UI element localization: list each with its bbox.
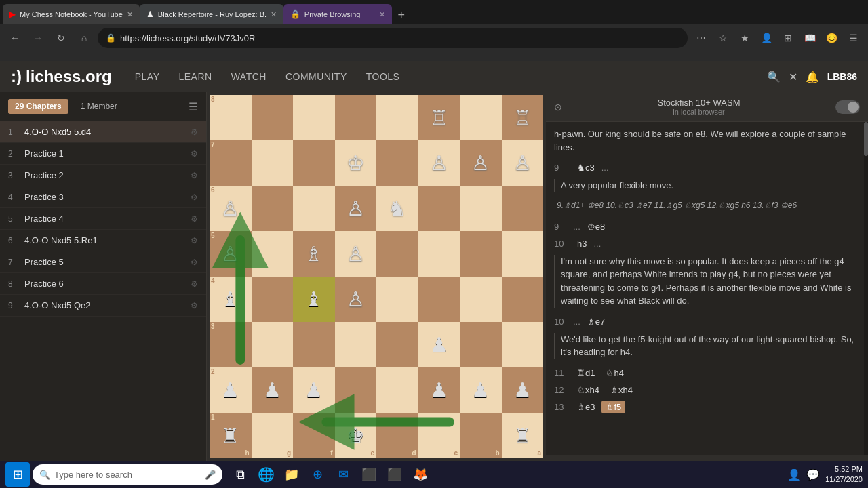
forward-button[interactable]: → [28, 28, 47, 47]
square-5-2[interactable] [293, 322, 335, 367]
collections-icon[interactable]: ⊞ [778, 28, 797, 47]
back-button[interactable]: ← [5, 28, 24, 47]
chapter-gear-8[interactable]: ⚙ [191, 279, 198, 289]
piece-0-7[interactable]: ♖ [513, 108, 532, 128]
close-tab-3[interactable]: ✕ [379, 10, 385, 19]
home-button[interactable]: ⌂ [75, 28, 94, 47]
piece-2-0[interactable]: ♙ [221, 199, 239, 219]
piece-7-0[interactable]: ♜ [221, 426, 239, 446]
square-6-0[interactable]: 2♟ [210, 367, 252, 413]
sidebar-menu-icon[interactable]: ☰ [189, 100, 198, 113]
nav-community[interactable]: COMMUNITY [276, 61, 357, 92]
close-icon[interactable]: ✕ [789, 70, 797, 83]
square-7-6[interactable]: b [460, 413, 502, 458]
square-0-6[interactable] [460, 95, 502, 140]
profile-icon[interactable]: 👤 [757, 28, 776, 47]
square-2-1[interactable] [252, 186, 294, 231]
move-13-white[interactable]: ♗e3 [573, 401, 599, 413]
nav-learn[interactable]: LEARN [169, 61, 221, 92]
square-5-7[interactable] [502, 322, 544, 367]
chapter-item-6[interactable]: 6 4.O-O Nxd5 5.Re1 ⚙ [0, 230, 206, 251]
square-4-7[interactable] [502, 277, 544, 322]
piece-7-7[interactable]: ♜ [513, 426, 532, 446]
chapter-gear-3[interactable]: ⚙ [191, 171, 198, 180]
square-6-5[interactable]: ♟ [418, 367, 460, 413]
address-bar[interactable]: 🔒 https://lichess.org/study/dV73Jv0R [98, 28, 688, 48]
taskbar-edge[interactable]: ⊕ [305, 462, 330, 487]
taskbar-mail[interactable]: ✉ [331, 462, 355, 487]
piece-7-3[interactable]: ♚ [347, 426, 365, 446]
square-3-6[interactable] [460, 231, 502, 277]
tab-chess-notebook[interactable]: ▶ My Chess Notebook - YouTube ✕ [3, 4, 140, 24]
start-button[interactable]: ⊞ [5, 462, 30, 487]
chapter-gear-5[interactable]: ⚙ [191, 214, 198, 224]
square-4-6[interactable] [460, 277, 502, 322]
square-1-5[interactable]: ♙ [418, 140, 460, 186]
square-0-2[interactable] [293, 95, 335, 140]
refresh-button[interactable]: ↻ [52, 28, 71, 47]
nav-watch[interactable]: WATCH [222, 61, 276, 92]
piece-4-0[interactable]: ♝ [221, 289, 239, 310]
chapter-item-3[interactable]: 3 Practice 2 ⚙ [0, 165, 206, 186]
square-1-6[interactable]: ♙ [460, 140, 502, 186]
taskbar-firefox[interactable]: 🦊 [408, 462, 433, 487]
square-5-3[interactable] [335, 322, 377, 367]
square-3-7[interactable] [502, 231, 544, 277]
move-12-white[interactable]: ♘xh4 [573, 384, 604, 396]
chapter-item-1[interactable]: 1 4.O-O Nxd5 5.d4 ⚙ [0, 121, 206, 143]
piece-2-3[interactable]: ♙ [347, 199, 365, 219]
scroll-track[interactable] [864, 122, 868, 455]
close-tab-1[interactable]: ✕ [127, 10, 133, 19]
move-11-black[interactable]: ♘h4 [601, 367, 627, 380]
chapter-gear-2[interactable]: ⚙ [191, 149, 198, 159]
square-2-5[interactable] [418, 186, 460, 231]
chapter-gear-4[interactable]: ⚙ [191, 192, 198, 202]
square-1-4[interactable] [376, 140, 418, 186]
square-7-2[interactable]: f [293, 413, 335, 458]
square-1-7[interactable]: ♙ [502, 140, 544, 186]
square-5-5[interactable]: ♟ [418, 322, 460, 367]
square-1-3[interactable]: ♔ [335, 140, 377, 186]
tab-black-repertoire[interactable]: ♟ Black Repertoire - Ruy Lopez: B... ✕ [140, 4, 283, 24]
star-icon[interactable]: ★ [735, 28, 754, 47]
square-5-4[interactable] [376, 322, 418, 367]
chapters-button[interactable]: 29 Chapters [8, 99, 68, 114]
square-4-5[interactable] [418, 277, 460, 322]
square-3-1[interactable] [252, 231, 294, 277]
move-11-white[interactable]: ♖d1 [573, 367, 599, 380]
piece-5-5[interactable]: ♟ [430, 335, 448, 355]
chapter-item-4[interactable]: 4 Practice 3 ⚙ [0, 186, 206, 208]
square-2-4[interactable]: ♞ [376, 186, 418, 231]
move-12-black[interactable]: ♗xh4 [606, 384, 637, 396]
taskbar-search[interactable]: 🔍 Type here to search 🎤 [33, 464, 222, 485]
chapter-gear-7[interactable]: ⚙ [191, 258, 198, 267]
move-9-black[interactable]: ♔e8 [583, 220, 609, 233]
move-10-black[interactable]: ♗e7 [583, 315, 609, 328]
piece-4-3[interactable]: ♙ [347, 289, 365, 310]
square-0-7[interactable]: ♖ [502, 95, 544, 140]
square-0-1[interactable] [252, 95, 294, 140]
square-7-5[interactable]: c [418, 413, 460, 458]
new-tab-button[interactable]: + [392, 5, 411, 24]
piece-3-3[interactable]: ♙ [347, 244, 365, 264]
square-4-2[interactable]: ♝ [293, 277, 335, 322]
close-tab-2[interactable]: ✕ [271, 10, 277, 19]
nav-tools[interactable]: TOOLS [357, 61, 410, 92]
chess-board[interactable]: 8♖♖7♔♙♙♙6♙♙♞5♙♗♙4♝♝♙3♟2♟♟♟♟♟♟1h♜gfe♚dcba… [210, 95, 543, 458]
square-0-0[interactable]: 8 [210, 95, 252, 140]
square-6-4[interactable] [376, 367, 418, 413]
piece-6-5[interactable]: ♟ [430, 380, 448, 401]
member-button[interactable]: 1 Member [74, 99, 124, 114]
extensions-icon[interactable]: ⋯ [692, 28, 711, 47]
square-6-2[interactable]: ♟ [293, 367, 335, 413]
target-icon[interactable]: ⊙ [554, 102, 562, 113]
square-2-0[interactable]: 6♙ [210, 186, 252, 231]
square-7-0[interactable]: 1h♜ [210, 413, 252, 458]
piece-1-3[interactable]: ♔ [347, 153, 365, 174]
square-1-1[interactable] [252, 140, 294, 186]
chapter-item-7[interactable]: 7 Practice 5 ⚙ [0, 251, 206, 273]
username[interactable]: LBB86 [827, 71, 857, 82]
square-6-7[interactable]: ♟ [502, 367, 544, 413]
taskbar-app5[interactable]: ⬛ [357, 462, 381, 487]
square-3-3[interactable]: ♙ [335, 231, 377, 277]
